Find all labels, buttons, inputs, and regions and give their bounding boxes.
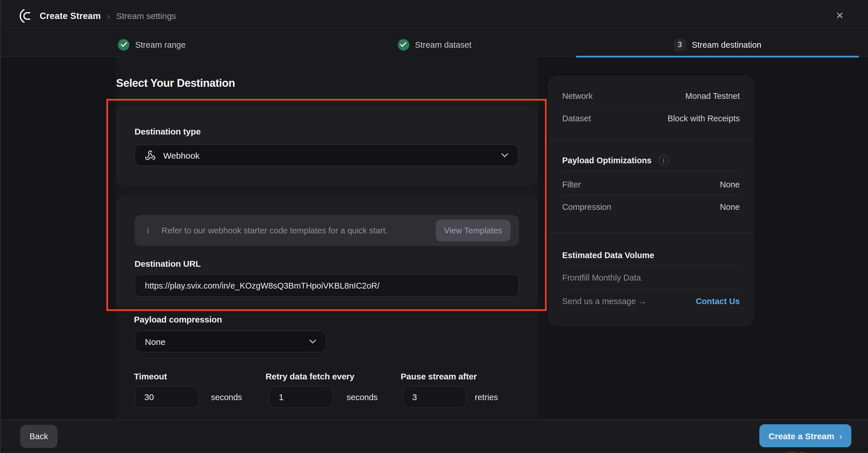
page-behind-artifact	[800, 452, 805, 453]
annotation-highlight-box	[106, 99, 547, 311]
estimated-data-volume-row: Estimated Data Volume	[562, 248, 740, 262]
payload-optimizations-title: Payload Optimizations	[562, 156, 652, 165]
contact-label: Send us a message →	[562, 297, 646, 306]
payload-compression-select[interactable]: None	[134, 331, 327, 353]
page-background-sliver	[0, 0, 1, 453]
filter-row: Filter None	[562, 178, 740, 191]
divider	[562, 195, 740, 196]
retry-label: Retry data fetch every	[266, 371, 354, 381]
step-label: Stream destination	[692, 40, 762, 49]
compression-row: Compression None	[562, 200, 740, 214]
step-number-badge: 3	[674, 38, 686, 51]
timeout-unit: seconds	[211, 393, 242, 402]
divider	[562, 289, 740, 290]
create-stream-button[interactable]: Create a Stream ›	[760, 424, 851, 447]
step-label: Stream range	[135, 40, 186, 49]
divider	[562, 266, 740, 266]
payload-compression-value: None	[145, 337, 165, 346]
section-divider	[548, 233, 754, 233]
step-stream-destination[interactable]: 3 Stream destination	[576, 33, 859, 56]
dataset-label: Dataset	[562, 114, 591, 123]
check-icon	[398, 39, 409, 50]
chevron-down-icon	[309, 339, 316, 344]
contact-row: Send us a message → Contact Us	[562, 294, 740, 308]
payload-optimizations-row: Payload Optimizations i	[562, 153, 740, 167]
step-label: Stream dataset	[415, 40, 472, 49]
footer-bar: Back Create a Stream ›	[1, 419, 868, 450]
retry-unit: seconds	[347, 393, 378, 402]
section-divider	[548, 139, 754, 140]
frontfill-row: Frontfill Monthly Data	[562, 271, 740, 284]
section-heading: Select Your Destination	[116, 77, 235, 90]
step-stream-dataset[interactable]: Stream dataset	[293, 33, 576, 56]
check-icon	[118, 39, 129, 50]
divider	[562, 171, 740, 172]
page-behind-strip	[0, 451, 868, 453]
retry-input[interactable]: 1	[269, 386, 333, 408]
step-stream-range[interactable]: Stream range	[10, 33, 293, 56]
frontfill-label: Frontfill Monthly Data	[562, 273, 641, 282]
page-behind-artifact	[788, 452, 796, 453]
filter-label: Filter	[562, 180, 581, 189]
app-logo-icon	[19, 9, 33, 23]
timeout-label: Timeout	[134, 371, 167, 381]
info-icon[interactable]: i	[658, 155, 669, 165]
stepper: Stream range Stream dataset 3 Stream des…	[1, 33, 868, 57]
summary-panel: Network Monad Testnet Dataset Block with…	[548, 75, 754, 327]
pause-label: Pause stream after	[401, 371, 477, 381]
pause-input[interactable]: 3	[402, 386, 467, 408]
estimated-data-volume-title: Estimated Data Volume	[562, 251, 654, 260]
page-title: Create Stream	[40, 11, 101, 21]
network-row: Network Monad Testnet	[562, 89, 740, 103]
divider	[562, 106, 740, 107]
create-stream-modal: Create Stream › Stream settings ✕ Stream…	[0, 0, 868, 453]
compression-value: None	[720, 202, 740, 212]
contact-us-link[interactable]: Contact Us	[696, 297, 740, 306]
network-label: Network	[562, 91, 593, 100]
filter-value: None	[720, 180, 740, 189]
create-stream-label: Create a Stream	[769, 431, 834, 441]
compression-label: Compression	[562, 202, 611, 212]
network-value: Monad Testnet	[685, 91, 740, 100]
pause-unit: retries	[475, 393, 498, 402]
breadcrumb-chevron-icon: ›	[107, 11, 110, 21]
payload-compression-label: Payload compression	[134, 314, 222, 324]
chevron-right-icon: ›	[840, 431, 842, 441]
top-bar: Create Stream › Stream settings ✕	[1, 0, 868, 32]
timeout-input[interactable]: 30	[134, 386, 199, 408]
breadcrumb: Stream settings	[116, 11, 176, 21]
dataset-row: Dataset Block with Receipts	[562, 112, 740, 125]
close-icon[interactable]: ✕	[836, 11, 844, 21]
back-button[interactable]: Back	[20, 425, 58, 448]
dataset-value: Block with Receipts	[668, 114, 740, 123]
